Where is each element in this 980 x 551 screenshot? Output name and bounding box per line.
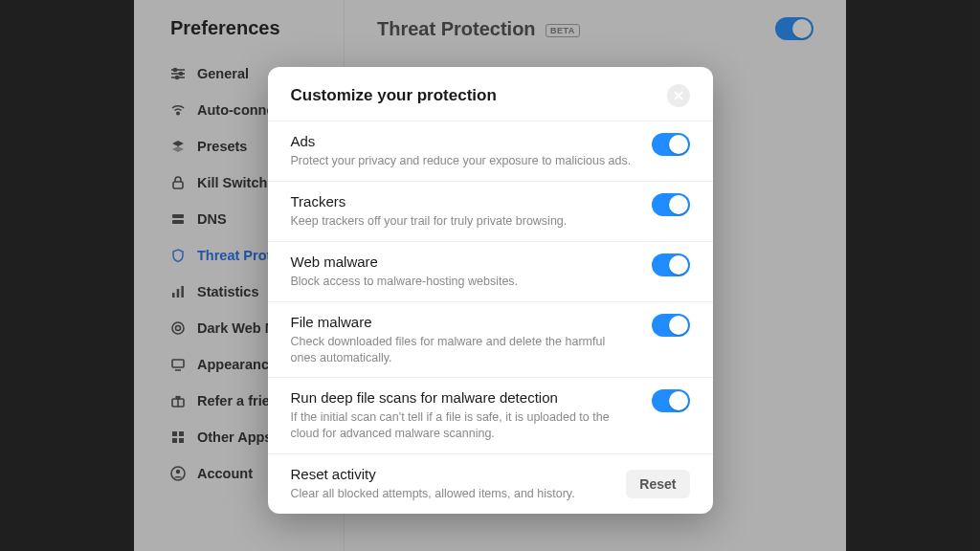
row-web-malware: Web malware Block access to malware-host…	[268, 242, 713, 302]
row-text: Ads Protect your privacy and reduce your…	[291, 133, 635, 169]
close-icon	[674, 89, 683, 103]
toggle-ads[interactable]	[652, 133, 690, 156]
row-reset: Reset activity Clear all blocked attempt…	[268, 454, 713, 514]
row-text: Trackers Keep trackers off your trail fo…	[291, 193, 635, 230]
row-deep-scan: Run deep file scans for malware detectio…	[268, 378, 713, 454]
row-title: Run deep file scans for malware detectio…	[291, 389, 635, 406]
toggle-trackers[interactable]	[652, 193, 690, 216]
row-trackers: Trackers Keep trackers off your trail fo…	[268, 182, 713, 242]
customize-protection-modal: Customize your protection Ads Protect yo…	[268, 67, 713, 514]
reset-button[interactable]: Reset	[626, 470, 689, 498]
modal-title: Customize your protection	[291, 86, 497, 105]
toggle-web-malware[interactable]	[652, 253, 690, 276]
row-title: File malware	[291, 314, 635, 330]
row-title: Web malware	[291, 253, 635, 270]
modal-overlay[interactable]: Customize your protection Ads Protect yo…	[0, 0, 980, 551]
toggle-deep-scan[interactable]	[652, 389, 690, 412]
row-desc: If the initial scan can't tell if a file…	[291, 409, 635, 442]
row-desc: Keep trackers off your trail for truly p…	[291, 213, 635, 230]
row-ads: Ads Protect your privacy and reduce your…	[268, 121, 713, 182]
row-desc: Check downloaded files for malware and d…	[291, 334, 635, 366]
row-title: Ads	[291, 133, 635, 149]
row-desc: Protect your privacy and reduce your exp…	[291, 153, 635, 169]
row-text: Web malware Block access to malware-host…	[291, 253, 635, 290]
modal-header: Customize your protection	[268, 67, 713, 121]
close-button[interactable]	[667, 84, 690, 107]
row-desc: Clear all blocked attempts, allowed item…	[291, 486, 610, 502]
row-desc: Block access to malware-hosting websites…	[291, 274, 635, 290]
row-text: Reset activity Clear all blocked attempt…	[291, 466, 610, 502]
row-title: Trackers	[291, 193, 635, 209]
row-text: File malware Check downloaded files for …	[291, 314, 635, 366]
row-file-malware: File malware Check downloaded files for …	[268, 302, 713, 379]
row-text: Run deep file scans for malware detectio…	[291, 389, 635, 442]
row-title: Reset activity	[291, 466, 610, 482]
toggle-file-malware[interactable]	[652, 314, 690, 337]
